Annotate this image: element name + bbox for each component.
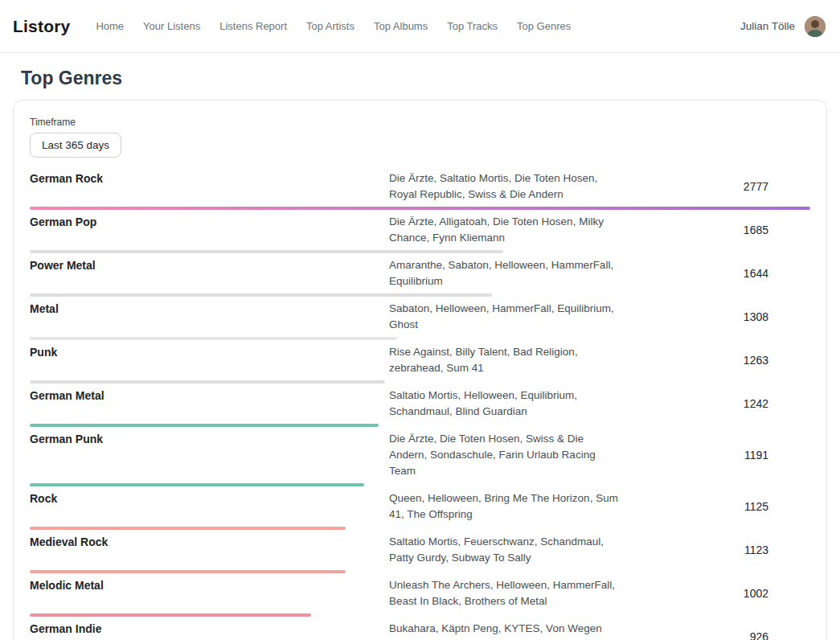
user-avatar-icon[interactable] (805, 16, 826, 37)
nav-link[interactable]: Home (96, 20, 124, 32)
genre-artists: Amaranthe, Sabaton, Helloween, HammerFal… (389, 257, 624, 289)
genre-row: Metal Sabaton, Helloween, HammerFall, Eq… (30, 301, 810, 340)
genre-row: Melodic Metal Unleash The Archers, Hello… (30, 577, 810, 617)
genre-count: 1123 (624, 544, 810, 556)
genre-artists: Die Ärzte, Die Toten Hosen, Swiss & Die … (389, 431, 624, 479)
genre-row: Rock Queen, Helloween, Bring Me The Hori… (30, 490, 810, 530)
genre-bar (30, 293, 492, 297)
genre-artists: Saltatio Mortis, Helloween, Equilibrium,… (389, 388, 624, 420)
user-name: Julian Tölle (740, 20, 795, 32)
genre-artists: Sabaton, Helloween, HammerFall, Equilibr… (389, 301, 624, 333)
genre-name: Metal (30, 301, 389, 317)
genre-name: German Pop (30, 214, 389, 230)
genre-count: 1125 (624, 500, 810, 513)
genre-row: German Indie Bukahara, Käptn Peng, KYTES… (30, 621, 810, 640)
genre-artists: Saltatio Mortis, Feuerschwanz, Schandmau… (389, 534, 624, 566)
page-title: Top Genres (21, 68, 827, 89)
genre-list: German Rock Die Ärzte, Saltatio Mortis, … (30, 170, 810, 640)
main-content: Top Genres Timeframe Last 365 days Germa… (0, 68, 840, 640)
genre-row: Punk Rise Against, Billy Talent, Bad Rel… (30, 344, 810, 384)
genre-artists: Die Ärzte, Saltatio Mortis, Die Toten Ho… (389, 170, 624, 203)
genre-row: German Metal Saltatio Mortis, Helloween,… (30, 388, 810, 427)
genre-bar (30, 483, 364, 486)
genre-bar (30, 380, 385, 384)
nav-link[interactable]: Top Genres (517, 20, 571, 32)
genre-count: 1308 (624, 310, 810, 323)
genre-count: 1644 (624, 267, 810, 280)
user-menu[interactable]: Julian Tölle (740, 16, 826, 37)
genre-count: 1242 (624, 397, 810, 410)
timeframe-select[interactable]: Last 365 days (30, 133, 121, 158)
genre-bar (30, 613, 311, 617)
nav-link[interactable]: Top Artists (306, 20, 354, 32)
genre-bar (30, 337, 397, 340)
genre-artists: Die Ärzte, Alligatoah, Die Toten Hosen, … (389, 214, 624, 246)
genre-row: Power Metal Amaranthe, Sabaton, Hellowee… (30, 257, 810, 297)
genre-row: German Rock Die Ärzte, Saltatio Mortis, … (30, 170, 810, 210)
genre-name: German Punk (30, 431, 389, 447)
genre-name: Power Metal (30, 257, 389, 273)
genre-count: 1191 (624, 449, 810, 462)
genre-count: 926 (624, 630, 810, 640)
genre-bar (30, 570, 346, 573)
timeframe-label: Timeframe (30, 117, 810, 128)
genre-bar (30, 250, 503, 253)
genre-name: German Metal (30, 388, 389, 404)
genre-artists: Queen, Helloween, Bring Me The Horizon, … (389, 490, 624, 523)
genre-name: Medieval Rock (30, 534, 389, 550)
genre-name: Melodic Metal (30, 577, 389, 593)
nav-link[interactable]: Top Albums (374, 20, 428, 32)
genre-name: Rock (30, 490, 389, 507)
nav-link[interactable]: Your Listens (143, 20, 200, 32)
top-genres-card: Timeframe Last 365 days German Rock Die … (13, 100, 827, 640)
genre-name: German Indie (30, 621, 389, 637)
genre-count: 1685 (624, 224, 810, 236)
genre-row: German Punk Die Ärzte, Die Toten Hosen, … (30, 431, 810, 486)
genre-bar (30, 207, 810, 210)
top-nav: Listory Home Your Listens Listens Report… (0, 0, 840, 53)
genre-count: 1263 (624, 354, 810, 367)
genre-name: Punk (30, 344, 389, 360)
brand-logo[interactable]: Listory (13, 17, 70, 36)
genre-row: German Pop Die Ärzte, Alligatoah, Die To… (30, 214, 810, 253)
nav-links: Home Your Listens Listens Report Top Art… (96, 20, 571, 32)
genre-count: 2777 (624, 180, 810, 193)
genre-name: German Rock (30, 170, 389, 187)
nav-link[interactable]: Top Tracks (447, 20, 498, 32)
genre-bar (30, 527, 346, 530)
genre-bar (30, 424, 379, 427)
genre-artists: Unleash The Archers, Helloween, HammerFa… (389, 577, 624, 609)
genre-artists: Bukahara, Käptn Peng, KYTES, Von Wegen L… (389, 621, 624, 640)
genre-artists: Rise Against, Billy Talent, Bad Religion… (389, 344, 624, 376)
nav-link[interactable]: Listens Report (219, 20, 287, 32)
genre-count: 1002 (624, 587, 810, 600)
genre-row: Medieval Rock Saltatio Mortis, Feuerschw… (30, 534, 810, 573)
